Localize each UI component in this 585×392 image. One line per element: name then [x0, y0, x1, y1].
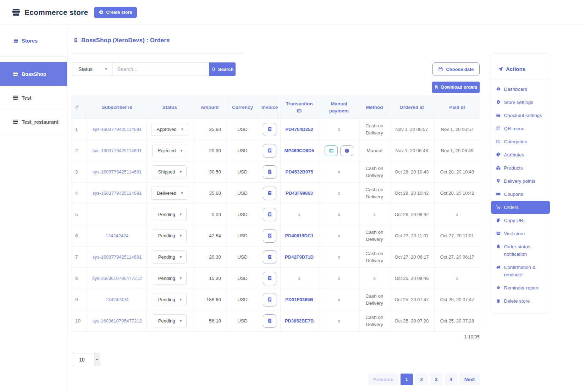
invoice-button[interactable] — [263, 144, 276, 158]
sort-icon[interactable]: ↑↓ — [476, 112, 478, 117]
not-available-mark: x — [338, 233, 340, 238]
subscriber-id-link[interactable]: sys-1603779425114691 — [93, 169, 142, 175]
page-size-select[interactable]: 10 ▼ — [73, 353, 100, 366]
chevron-down-icon: ▼ — [179, 277, 182, 280]
sort-icon[interactable]: ↑↓ — [222, 112, 224, 117]
transaction-id-link[interactable]: MP469CD8D5 — [285, 148, 314, 153]
receipt-icon — [267, 297, 272, 302]
subscriber-id-link[interactable]: sys-1603779425114691 — [93, 148, 142, 153]
subscriber-id-link[interactable]: 134242424 — [105, 233, 128, 238]
action-reminder-report[interactable]: Reminder report — [491, 281, 550, 294]
action-checkout-settings[interactable]: Checkout settings — [491, 109, 550, 122]
subscriber-id-link[interactable]: sys-1603779425114691 — [93, 191, 142, 196]
cell-manual-payment: x — [318, 119, 360, 140]
choose-date-button[interactable]: Choose date — [432, 62, 480, 76]
status-select[interactable]: Rejected ▼ — [152, 144, 187, 157]
action-confirmation-reminder[interactable]: Confirmation & reminder — [491, 261, 550, 281]
sort-icon[interactable]: ↑↓ — [255, 112, 257, 117]
status-select[interactable]: Pending ▼ — [153, 293, 187, 306]
action-dashboard[interactable]: Dashboard — [491, 83, 550, 96]
action-attributes[interactable]: Attributes — [491, 148, 550, 161]
cell-method: Cash on Delivery — [360, 225, 389, 247]
sort-icon[interactable]: ↑↓ — [385, 112, 387, 117]
sort-icon[interactable]: ↑↓ — [84, 112, 86, 117]
cell-ordered-at: Oct 25, 20 07:47 — [389, 289, 435, 310]
sidebar-store-test-restaurant[interactable]: Test_restaurant — [0, 110, 67, 134]
invoice-button[interactable] — [263, 293, 276, 307]
status-select[interactable]: Pending ▼ — [153, 229, 187, 242]
status-select[interactable]: Pending ▼ — [153, 208, 187, 221]
table-row: 3 sys-1603779425114691 Shipped ▼ 30.50 U… — [71, 161, 480, 183]
subscriber-id-link[interactable]: sys-1603610795477212 — [92, 318, 142, 324]
action-delete-store[interactable]: Delete store — [491, 294, 550, 308]
sort-icon[interactable]: ↑↓ — [142, 112, 144, 117]
sidebar-store-test[interactable]: Test — [0, 86, 67, 110]
pagination-page-4[interactable]: 4 — [445, 374, 457, 385]
subscriber-id-link[interactable]: sys-1603610795477212 — [92, 276, 142, 281]
transaction-id-link[interactable]: PD3852BE7B — [285, 318, 314, 324]
pagination-page-1[interactable]: 1 — [401, 374, 413, 385]
action-visit-store[interactable]: Visit store — [491, 227, 550, 240]
status-select[interactable]: Pending ▼ — [153, 272, 187, 285]
store-icon — [13, 38, 18, 43]
action-categories[interactable]: Categories — [491, 135, 550, 148]
invoice-button[interactable] — [263, 250, 276, 264]
sidebar-store-bossshop[interactable]: BossShop — [0, 62, 67, 86]
action-qr-menu[interactable]: QR menu — [491, 122, 550, 135]
subscriber-id-link[interactable]: 134242424 — [105, 297, 128, 302]
sort-icon[interactable]: ↑↓ — [430, 112, 432, 117]
cell-ordered-at: Oct 28, 20 10:42 — [389, 183, 435, 204]
payment-image-button[interactable] — [325, 145, 338, 156]
invoice-button[interactable] — [263, 208, 276, 221]
sort-icon[interactable]: ↑↓ — [314, 112, 316, 117]
status-select[interactable]: Delivered ▼ — [151, 187, 188, 200]
transaction-id-link[interactable]: PD43F99863 — [286, 191, 313, 196]
status-value: Pending — [158, 233, 175, 238]
transaction-id-link[interactable]: PD31F3365B — [285, 297, 313, 302]
sort-icon[interactable]: ↑↓ — [276, 112, 278, 117]
cell-currency: USD — [226, 225, 259, 247]
pagination-page-2[interactable]: 2 — [415, 374, 428, 385]
subscriber-id-link[interactable]: sys-1603779425114691 — [93, 254, 142, 260]
action-delivery-points[interactable]: Delivery points — [491, 175, 550, 188]
subscriber-id-link[interactable]: sys-1603779425114691 — [93, 127, 142, 132]
payment-info-button[interactable] — [340, 145, 353, 156]
delete-store-icon — [496, 298, 501, 303]
invoice-button[interactable] — [263, 165, 276, 179]
transaction-id-link[interactable]: PD4704D252 — [285, 127, 313, 132]
cell-transaction-id: PD43F99863 — [281, 183, 318, 204]
action-coupons[interactable]: Coupons — [491, 188, 550, 201]
status-select[interactable]: Approved ▼ — [151, 123, 188, 136]
invoice-button[interactable] — [263, 272, 276, 285]
cell-manual-payment: x — [318, 289, 360, 310]
create-store-button[interactable]: Create store — [94, 7, 137, 18]
download-orders-button[interactable]: Download orders — [432, 82, 480, 93]
action-store-settings[interactable]: Store settings — [491, 96, 550, 109]
invoice-button[interactable] — [263, 187, 276, 200]
status-filter-select[interactable]: Status ▼ — [72, 62, 112, 76]
action-copy-url[interactable]: Copy URL — [491, 214, 550, 227]
status-select[interactable]: Pending ▼ — [153, 314, 187, 327]
transaction-id-link[interactable]: PD42F9D71D — [285, 254, 314, 260]
storefront-icon — [12, 8, 21, 17]
status-select[interactable]: Pending ▼ — [153, 250, 187, 264]
pagination-previous[interactable]: Previous — [368, 374, 398, 385]
search-input[interactable] — [112, 62, 209, 76]
transaction-id-link[interactable]: PD40819DC1 — [285, 233, 313, 238]
confirmation-reminder-icon — [496, 265, 501, 270]
invoice-button[interactable] — [263, 229, 276, 243]
sidebar-stores-link[interactable]: Stores — [0, 25, 67, 57]
pagination-next[interactable]: Next — [459, 374, 480, 385]
transaction-id-link[interactable]: PD4532B975 — [285, 169, 313, 175]
action-products[interactable]: Products — [491, 161, 550, 175]
orders-icon — [496, 205, 501, 210]
cell-paid-at: x — [435, 268, 480, 289]
action-order-status-notification[interactable]: Order status notification — [491, 240, 550, 261]
pagination-page-3[interactable]: 3 — [430, 374, 443, 385]
search-button[interactable]: Search — [209, 62, 236, 76]
select-arrow-icon[interactable]: ▼ — [94, 353, 100, 366]
invoice-button[interactable] — [263, 314, 276, 328]
invoice-button[interactable] — [263, 123, 276, 136]
action-orders[interactable]: Orders — [491, 201, 550, 214]
status-select[interactable]: Shipped ▼ — [153, 165, 187, 178]
